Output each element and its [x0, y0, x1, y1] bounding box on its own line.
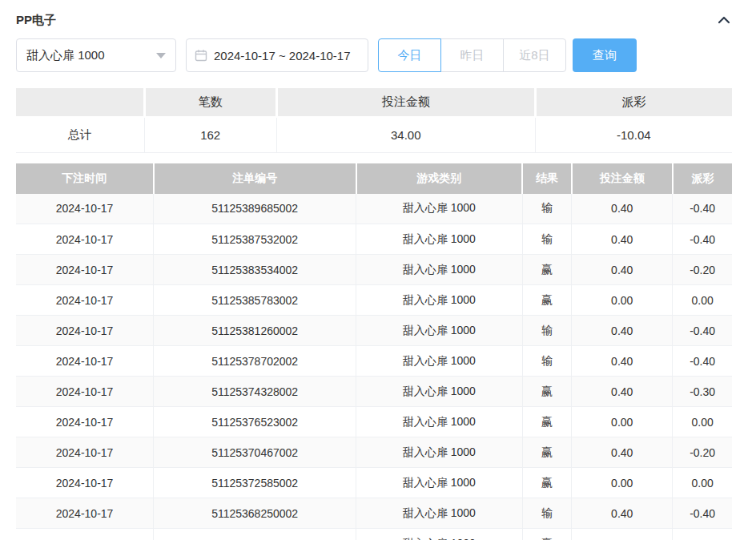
order-no-cell: 51125378702002 [154, 346, 356, 377]
caret-down-icon [156, 53, 166, 58]
game-type-cell: 甜入心扉 1000 [356, 377, 522, 407]
table-row: 2024-10-1751125387532002甜入心扉 1000输0.40-0… [16, 224, 732, 255]
order-no-cell: 51125387532002 [154, 224, 356, 255]
payout-cell: -0.40 [673, 346, 732, 377]
quick-filter-button-1[interactable]: 昨日 [440, 38, 504, 72]
col-payout: 派彩 [673, 163, 732, 194]
game-type-cell: 甜入心扉 1000 [356, 255, 522, 285]
table-row: 2024-10-1751125381260002甜入心扉 1000输0.40-0… [16, 316, 732, 346]
game-type-cell: 甜入心扉 1000 [356, 529, 522, 540]
col-result: 结果 [522, 163, 572, 194]
quick-filter-button-2[interactable]: 近8日 [503, 38, 566, 72]
payout-cell: -0.40 [673, 224, 732, 255]
filter-bar: 甜入心扉 1000 2024-10-17 ~ 2024-10-17 今日昨日近8… [16, 38, 732, 72]
quick-filter-button-0[interactable]: 今日 [378, 38, 441, 72]
payout-cell: 0.00 [673, 285, 732, 316]
date-range-value: 2024-10-17 ~ 2024-10-17 [214, 49, 351, 62]
payout-cell: -0.40 [673, 316, 732, 346]
summary-col-bet-amount: 投注金额 [276, 88, 535, 117]
order-no-cell: 51125389685002 [154, 194, 356, 224]
result-cell: 赢 [522, 407, 572, 437]
result-cell: 输 [522, 194, 572, 224]
summary-total-count: 162 [144, 117, 276, 152]
result-cell: 赢 [522, 377, 572, 407]
result-cell: 赢 [522, 285, 572, 316]
bet-amount-cell: 0.40 [572, 437, 673, 468]
result-cell: 赢 [522, 529, 572, 540]
game-type-cell: 甜入心扉 1000 [356, 194, 522, 224]
table-row: 2024-10-1751125365360002甜入心扉 1000赢0.000.… [16, 529, 732, 540]
panel-title: PP电子 [16, 13, 56, 28]
payout-cell: -0.40 [673, 498, 732, 529]
bet-time-cell: 2024-10-17 [16, 437, 154, 468]
game-type-cell: 甜入心扉 1000 [356, 498, 522, 529]
bet-amount-cell: 0.40 [572, 346, 673, 377]
bet-amount-cell: 0.40 [572, 377, 673, 407]
summary-table: 笔数 投注金额 派彩 总计 162 34.00 -10.04 [16, 88, 732, 153]
calendar-icon [195, 49, 207, 62]
summary-total-bet-amount: 34.00 [276, 117, 535, 152]
table-row: 2024-10-1751125378702002甜入心扉 1000输0.40-0… [16, 346, 732, 377]
bet-time-cell: 2024-10-17 [16, 407, 154, 437]
report-panel: PP电子 甜入心扉 1000 2024-10-17 ~ 2024-10-17 今… [0, 0, 756, 540]
payout-cell: 0.00 [673, 407, 732, 437]
bet-time-cell: 2024-10-17 [16, 316, 154, 346]
bet-time-cell: 2024-10-17 [16, 255, 154, 285]
summary-col-count: 笔数 [144, 88, 276, 117]
order-no-cell: 51125385783002 [154, 285, 356, 316]
bet-time-cell: 2024-10-17 [16, 285, 154, 316]
game-type-cell: 甜入心扉 1000 [356, 285, 522, 316]
bet-amount-cell: 0.00 [572, 285, 673, 316]
payout-cell: -0.30 [673, 377, 732, 407]
records-header-row: 下注时间 注单编号 游戏类别 结果 投注金额 派彩 [16, 163, 732, 194]
date-range-input[interactable]: 2024-10-17 ~ 2024-10-17 [186, 38, 368, 72]
table-row: 2024-10-1751125385783002甜入心扉 1000赢0.000.… [16, 285, 732, 316]
table-row: 2024-10-1751125368250002甜入心扉 1000输0.40-0… [16, 498, 732, 529]
bet-amount-cell: 0.40 [572, 255, 673, 285]
order-no-cell: 51125374328002 [154, 377, 356, 407]
order-no-cell: 51125381260002 [154, 316, 356, 346]
result-cell: 输 [522, 346, 572, 377]
bet-time-cell: 2024-10-17 [16, 224, 154, 255]
result-cell: 赢 [522, 468, 572, 498]
summary-total-label: 总计 [16, 117, 144, 152]
game-select[interactable]: 甜入心扉 1000 [16, 38, 176, 72]
bet-time-cell: 2024-10-17 [16, 529, 154, 540]
result-cell: 赢 [522, 437, 572, 468]
payout-cell: 0.00 [673, 529, 732, 540]
order-no-cell: 51125368250002 [154, 498, 356, 529]
order-no-cell: 51125370467002 [154, 437, 356, 468]
order-no-cell: 51125383534002 [154, 255, 356, 285]
summary-header-row: 笔数 投注金额 派彩 [16, 88, 732, 117]
collapse-button[interactable] [716, 13, 732, 28]
summary-total-payout: -10.04 [535, 117, 732, 152]
bet-amount-cell: 0.40 [572, 224, 673, 255]
game-type-cell: 甜入心扉 1000 [356, 316, 522, 346]
table-row: 2024-10-1751125372585002甜入心扉 1000赢0.000.… [16, 468, 732, 498]
summary-total-row: 总计 162 34.00 -10.04 [16, 117, 732, 152]
records-table: 下注时间 注单编号 游戏类别 结果 投注金额 派彩 2024-10-175112… [16, 163, 732, 540]
col-bet-amount: 投注金额 [572, 163, 673, 194]
order-no-cell: 51125372585002 [154, 468, 356, 498]
table-row: 2024-10-1751125389685002甜入心扉 1000输0.40-0… [16, 194, 732, 224]
result-cell: 输 [522, 316, 572, 346]
bet-time-cell: 2024-10-17 [16, 468, 154, 498]
col-game-type: 游戏类别 [356, 163, 522, 194]
chevron-up-icon [718, 14, 730, 26]
bet-time-cell: 2024-10-17 [16, 498, 154, 529]
search-button[interactable]: 查询 [573, 38, 637, 72]
game-type-cell: 甜入心扉 1000 [356, 468, 522, 498]
bet-amount-cell: 0.00 [572, 529, 673, 540]
game-type-cell: 甜入心扉 1000 [356, 346, 522, 377]
bet-amount-cell: 0.40 [572, 498, 673, 529]
game-type-cell: 甜入心扉 1000 [356, 437, 522, 468]
table-row: 2024-10-1751125383534002甜入心扉 1000赢0.40-0… [16, 255, 732, 285]
records-body: 2024-10-1751125389685002甜入心扉 1000输0.40-0… [16, 194, 732, 540]
game-type-cell: 甜入心扉 1000 [356, 224, 522, 255]
payout-cell: -0.20 [673, 437, 732, 468]
summary-col-blank [16, 88, 144, 117]
panel-header: PP电子 [16, 10, 732, 30]
bet-time-cell: 2024-10-17 [16, 194, 154, 224]
game-select-value: 甜入心扉 1000 [26, 48, 105, 63]
bet-amount-cell: 0.00 [572, 407, 673, 437]
